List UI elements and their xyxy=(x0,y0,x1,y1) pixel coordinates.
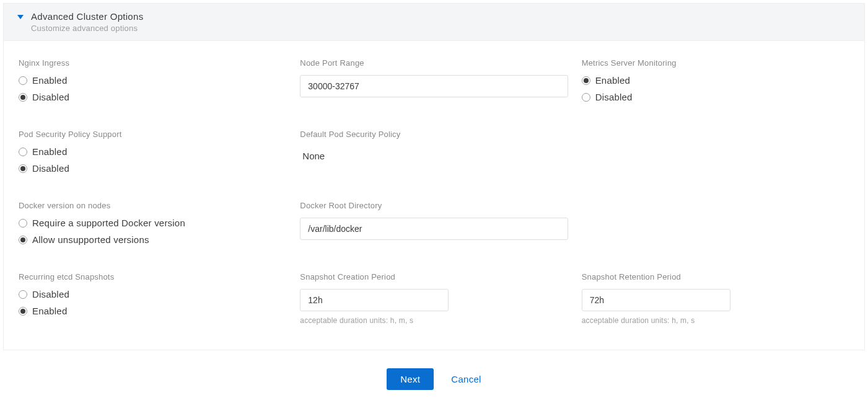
docker-root-label: Docker Root Directory xyxy=(300,201,568,210)
metrics-disabled-radio[interactable]: Disabled xyxy=(582,92,849,102)
snapshot-creation-input[interactable] xyxy=(300,289,449,311)
radio-label: Allow unsupported versions xyxy=(32,234,149,245)
docker-version-label: Docker version on nodes xyxy=(19,201,286,210)
default-pod-policy-group: Default Pod Security Policy None xyxy=(300,130,568,174)
nginx-ingress-group: Nginx Ingress Enabled Disabled xyxy=(19,58,286,102)
panel-title: Advanced Cluster Options xyxy=(31,11,143,22)
radio-icon xyxy=(19,290,27,299)
snapshot-retention-hint: acceptable duration units: h, m, s xyxy=(582,316,849,325)
radio-label: Enabled xyxy=(32,306,67,316)
etcd-disabled-radio[interactable]: Disabled xyxy=(19,289,286,299)
docker-allow-radio[interactable]: Allow unsupported versions xyxy=(19,234,286,245)
pod-security-disabled-radio[interactable]: Disabled xyxy=(19,163,286,174)
docker-version-group: Docker version on nodes Require a suppor… xyxy=(19,201,286,245)
metrics-enabled-radio[interactable]: Enabled xyxy=(582,75,849,86)
pod-security-label: Pod Security Policy Support xyxy=(19,130,286,139)
metrics-monitoring-label: Metrics Server Monitoring xyxy=(582,58,849,68)
etcd-snapshots-group: Recurring etcd Snapshots Disabled Enable… xyxy=(19,272,286,325)
radio-icon xyxy=(19,93,27,102)
snapshot-retention-label: Snapshot Retention Period xyxy=(582,272,849,281)
snapshot-retention-group: Snapshot Retention Period acceptable dur… xyxy=(582,272,849,325)
etcd-enabled-radio[interactable]: Enabled xyxy=(19,306,286,316)
nginx-ingress-label: Nginx Ingress xyxy=(19,58,286,68)
snapshot-creation-label: Snapshot Creation Period xyxy=(300,272,568,281)
default-pod-policy-label: Default Pod Security Policy xyxy=(300,130,568,139)
radio-icon xyxy=(19,236,27,244)
radio-label: Enabled xyxy=(32,146,67,157)
snapshot-creation-hint: acceptable duration units: h, m, s xyxy=(300,316,568,325)
snapshot-retention-input[interactable] xyxy=(582,289,730,311)
nginx-enabled-radio[interactable]: Enabled xyxy=(19,75,286,86)
snapshot-creation-group: Snapshot Creation Period acceptable dura… xyxy=(300,272,568,325)
nginx-disabled-radio[interactable]: Disabled xyxy=(19,92,286,102)
node-port-range-input[interactable] xyxy=(300,75,568,97)
radio-label: Enabled xyxy=(595,75,630,86)
default-pod-policy-value: None xyxy=(300,146,568,166)
radio-icon xyxy=(582,93,590,102)
radio-label: Enabled xyxy=(32,75,67,86)
next-button[interactable]: Next xyxy=(387,368,434,390)
radio-label: Disabled xyxy=(32,92,69,102)
pod-security-group: Pod Security Policy Support Enabled Disa… xyxy=(19,130,286,174)
radio-icon xyxy=(19,76,27,85)
docker-root-input[interactable] xyxy=(300,218,568,240)
cancel-button[interactable]: Cancel xyxy=(451,374,481,384)
disclosure-triangle-icon[interactable] xyxy=(17,15,24,19)
node-port-range-group: Node Port Range xyxy=(300,58,568,102)
pod-security-enabled-radio[interactable]: Enabled xyxy=(19,146,286,157)
advanced-cluster-panel: Advanced Cluster Options Customize advan… xyxy=(3,3,865,350)
panel-header[interactable]: Advanced Cluster Options Customize advan… xyxy=(4,4,864,41)
panel-subtitle: Customize advanced options xyxy=(31,24,143,33)
docker-root-group: Docker Root Directory xyxy=(300,201,568,245)
docker-require-radio[interactable]: Require a supported Docker version xyxy=(19,218,286,228)
radio-label: Require a supported Docker version xyxy=(32,218,185,228)
radio-icon xyxy=(19,164,27,173)
radio-icon xyxy=(19,307,27,316)
radio-label: Disabled xyxy=(595,92,633,102)
panel-body: Nginx Ingress Enabled Disabled Node Port… xyxy=(4,41,864,350)
action-bar: Next Cancel xyxy=(0,353,868,395)
metrics-monitoring-group: Metrics Server Monitoring Enabled Disabl… xyxy=(582,58,849,102)
radio-icon xyxy=(19,219,27,228)
radio-label: Disabled xyxy=(32,289,69,299)
radio-icon xyxy=(582,76,590,85)
node-port-range-label: Node Port Range xyxy=(300,58,568,68)
radio-icon xyxy=(19,148,27,156)
radio-label: Disabled xyxy=(32,163,69,174)
etcd-snapshots-label: Recurring etcd Snapshots xyxy=(19,272,286,281)
